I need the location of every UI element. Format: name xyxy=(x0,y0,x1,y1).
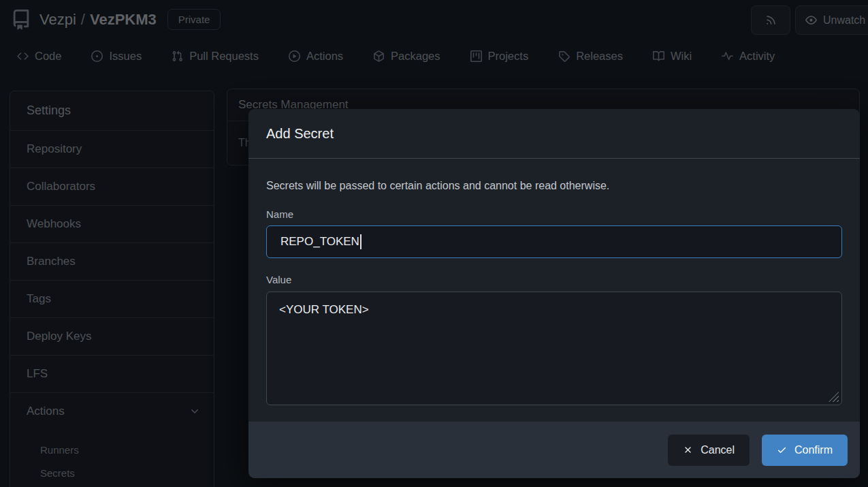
resize-handle[interactable] xyxy=(829,392,839,402)
x-icon xyxy=(683,445,693,455)
cancel-label: Cancel xyxy=(701,444,735,456)
check-icon xyxy=(777,445,787,455)
confirm-label: Confirm xyxy=(794,444,833,456)
secret-name-input[interactable]: REPO_TOKEN xyxy=(266,225,842,258)
secret-name-value: REPO_TOKEN xyxy=(280,235,359,249)
name-field-label: Name xyxy=(266,209,842,220)
cancel-button[interactable]: Cancel xyxy=(668,435,750,466)
modal-body: Secrets will be passed to certain action… xyxy=(248,159,860,422)
modal-title: Add Secret xyxy=(266,126,334,142)
confirm-button[interactable]: Confirm xyxy=(762,435,848,466)
modal-header: Add Secret xyxy=(248,109,860,159)
value-field-label: Value xyxy=(266,274,842,285)
modal-footer: Cancel Confirm xyxy=(248,422,860,478)
secret-value-textarea[interactable]: <YOUR TOKEN> xyxy=(266,292,842,405)
text-caret xyxy=(360,234,361,249)
add-secret-modal: Add Secret Secrets will be passed to cer… xyxy=(248,109,860,478)
secret-value-text: <YOUR TOKEN> xyxy=(279,303,369,316)
modal-description: Secrets will be passed to certain action… xyxy=(266,179,842,193)
